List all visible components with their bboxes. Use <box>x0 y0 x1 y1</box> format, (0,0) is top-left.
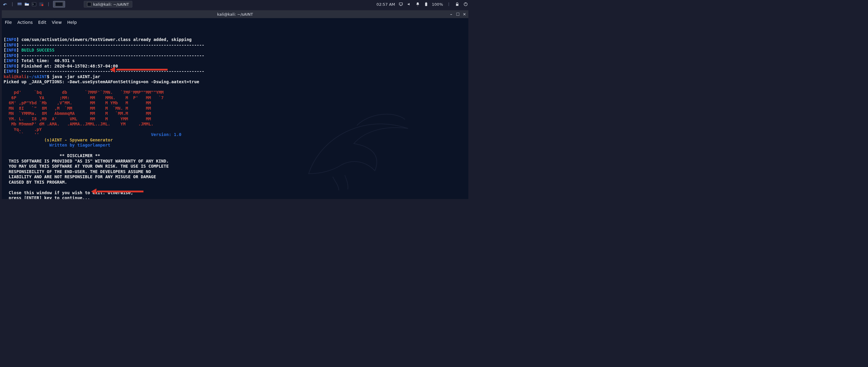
disclaimer-line: YOU MAY USE THIS SOFTWARE AT YOUR OWN RI… <box>4 164 169 169</box>
menubar: File Actions Edit View Help <box>2 18 468 27</box>
svg-rect-7 <box>399 3 402 5</box>
info-bracket-close: ] <box>16 58 19 63</box>
menu-view[interactable]: View <box>52 20 62 25</box>
author-line: Written by tiagorlampert <box>4 143 110 148</box>
info-bracket-close: ] <box>16 64 19 68</box>
kali-dragon-watermark <box>293 78 420 186</box>
menu-actions[interactable]: Actions <box>17 20 33 25</box>
prompt-path: ~/sAINT <box>29 74 47 79</box>
battery-icon[interactable] <box>424 1 429 7</box>
show-desktop-icon[interactable] <box>16 1 23 7</box>
ascii-art-line: pd' `bq db `7MMF'`7MN. `7MF'MMP""MM""YMM <box>4 90 164 95</box>
display-icon[interactable] <box>398 1 404 7</box>
version-label: Version: <box>39 132 174 137</box>
svg-rect-8 <box>400 5 401 6</box>
disclaimer-line: RESPONSIBILITY OF THE END-USER. THE DEVE… <box>4 169 151 174</box>
red-arrow-annotation-icon <box>92 189 144 193</box>
notifications-icon[interactable] <box>415 1 421 7</box>
volume-icon[interactable] <box>407 1 412 7</box>
svg-rect-6 <box>48 2 49 6</box>
ascii-art-line: Yq. .pY <box>4 127 41 132</box>
separator-icon <box>9 1 16 7</box>
java-options-line: Picked up _JAVA_OPTIONS: -Dawt.useSystem… <box>4 79 199 84</box>
ascii-art-line: MN 8I `" 8M ,M `MM MM M `MN. M MM <box>4 106 151 111</box>
info-tag: INFO <box>6 64 16 68</box>
svg-rect-12 <box>456 4 458 6</box>
disclaimer-line: LIABILITY AND ARE NOT RESPONSIBLE FOR AN… <box>4 174 156 179</box>
svg-rect-14 <box>465 2 466 4</box>
separator-icon-2 <box>45 1 52 7</box>
ascii-art-line: Mb M9mmmP' dM .AMA. .AMMA..JMML..JML. YM… <box>4 122 153 126</box>
ascii-art-line: YM. L. I8 ,M9 A' VML MM M YMM MM <box>4 116 151 121</box>
dots: ... <box>82 195 90 199</box>
info-tag: INFO <box>6 42 16 47</box>
menu-edit[interactable]: Edit <box>38 20 46 25</box>
red-arrow-annotation-icon <box>110 67 167 72</box>
info-tag: INFO <box>6 58 16 63</box>
panel-left: kali@kali: ~/sAINT <box>2 1 132 7</box>
disclaimer-header: ** DISCLAIMER ** <box>4 153 100 158</box>
prompt-user-host: kali@kali <box>4 74 27 79</box>
finished-at: Finished at: 2020-04-15T02:48:57-04:00 <box>19 64 118 68</box>
task-terminal-icon <box>87 2 91 6</box>
close-button[interactable]: ✕ <box>462 12 467 16</box>
app-title: (s)AINT - Spyware Generator <box>4 137 113 142</box>
svg-point-5 <box>41 4 43 6</box>
info-bracket-close: ] <box>16 37 19 42</box>
window-title: kali@kali: ~/sAINT <box>217 12 253 17</box>
separator-icon-3 <box>446 1 452 7</box>
kali-menu-icon[interactable] <box>2 1 8 7</box>
clock-label[interactable]: 02:57 AM <box>376 2 395 7</box>
task-title-label: kali@kali: ~/sAINT <box>93 2 129 7</box>
taskbar-window-button[interactable]: kali@kali: ~/sAINT <box>84 1 132 7</box>
file-manager-icon[interactable] <box>24 1 30 7</box>
info-tag: INFO <box>6 69 16 73</box>
divider-line: ----------------------------------------… <box>19 53 204 58</box>
battery-label: 100% <box>432 2 443 7</box>
app-icon[interactable] <box>38 1 44 7</box>
enter-instruction: press [ENTER] key to continue <box>4 195 82 199</box>
total-time: Total time: 40.931 s <box>19 58 75 63</box>
info-bracket-close: ] <box>16 69 19 73</box>
log-line-added: com/sun/activation/viewers/TextViewer.cl… <box>19 37 192 42</box>
svg-rect-9 <box>425 3 427 6</box>
menu-file[interactable]: File <box>5 20 12 25</box>
maximize-button[interactable]: ☐ <box>456 12 460 16</box>
info-tag: INFO <box>6 48 16 53</box>
version-value: 1.0 <box>174 132 181 137</box>
svg-rect-0 <box>12 2 13 6</box>
terminal-output[interactable]: [INFO] com/sun/activation/viewers/TextVi… <box>2 27 468 199</box>
svg-rect-3 <box>32 2 36 6</box>
ascii-art-line: MN `YMMMa. 8M AbmmmqMA MM M `MM.M MM <box>4 111 151 116</box>
panel-right: 02:57 AM 100% <box>376 1 468 7</box>
window-titlebar[interactable]: kali@kali: ~/sAINT – ☐ ✕ <box>2 10 468 18</box>
command-text: java -jar sAINT.jar <box>50 74 100 79</box>
workspace-switcher[interactable] <box>53 1 65 7</box>
build-success: BUILD SUCCESS <box>19 48 55 53</box>
terminal-window: kali@kali: ~/sAINT – ☐ ✕ File Actions Ed… <box>2 10 468 199</box>
info-bracket-close: ] <box>16 42 19 47</box>
info-bracket-close: ] <box>16 53 19 58</box>
info-bracket-close: ] <box>16 48 19 53</box>
lock-icon[interactable] <box>455 1 460 7</box>
disclaimer-line: CAUSED BY THIS PROGRAM. <box>4 180 67 185</box>
workspace-thumb-icon <box>55 2 63 6</box>
svg-rect-10 <box>426 2 427 2</box>
terminal-icon[interactable] <box>31 1 37 7</box>
info-tag: INFO <box>6 53 16 58</box>
divider-line: ----------------------------------------… <box>19 42 204 47</box>
info-tag: INFO <box>6 37 16 42</box>
disclaimer-line: THIS SOFTWARE IS PROVIDED "AS IS" WITHOU… <box>4 159 169 163</box>
prompt-dollar: $ <box>47 74 49 79</box>
window-actions: – ☐ ✕ <box>449 12 467 16</box>
svg-rect-11 <box>448 2 449 6</box>
menu-help[interactable]: Help <box>67 20 77 25</box>
top-panel: kali@kali: ~/sAINT 02:57 AM 100% <box>0 0 470 8</box>
ascii-art-line: `` '' <box>4 132 39 137</box>
ascii-art-line: 6M' ,pP"Ybd `Mb ,V^MM. MM M YMb M MM <box>4 100 151 105</box>
ascii-art-line: 6P YA ;MM: MM MMN. M P' MM `7 <box>4 95 164 100</box>
minimize-button[interactable]: – <box>449 12 453 16</box>
power-icon[interactable] <box>463 1 468 7</box>
svg-rect-2 <box>18 5 22 5</box>
